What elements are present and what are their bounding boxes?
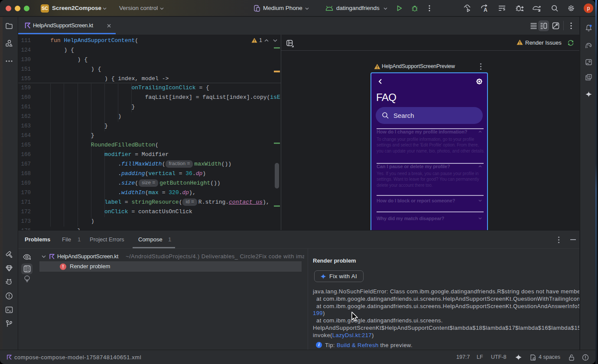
svg-text:A: A bbox=[484, 7, 488, 13]
